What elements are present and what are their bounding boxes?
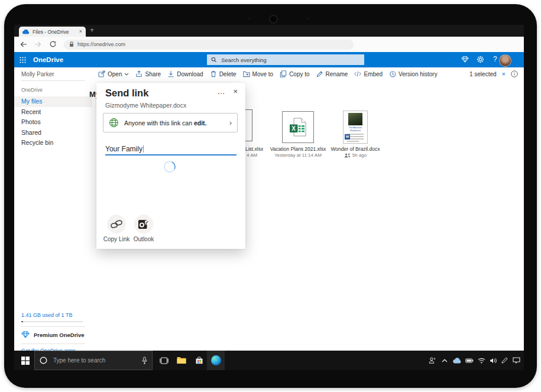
cortana-icon <box>40 357 47 364</box>
refresh-icon[interactable] <box>50 41 56 47</box>
help-icon[interactable]: ? <box>493 55 497 63</box>
dialog-file-name: Gizmodyme Whitepaper.docx <box>105 102 186 109</box>
taskbar-search-box[interactable] <box>34 351 153 370</box>
avatar[interactable] <box>499 54 511 67</box>
link-permission-button[interactable]: Anyone with this link can edit. › <box>103 113 238 132</box>
task-view-button[interactable] <box>156 351 171 370</box>
file-meta-text: 5h ago <box>352 153 367 158</box>
copy-to-icon <box>280 70 287 77</box>
microphone-icon[interactable] <box>142 357 147 364</box>
edge-button[interactable] <box>207 351 225 370</box>
shared-people-icon <box>344 153 351 158</box>
tab-close-icon[interactable]: × <box>79 29 82 34</box>
new-tab-button[interactable]: + <box>90 26 94 34</box>
sidebar-item-shared[interactable]: Shared <box>14 128 92 138</box>
embed-button[interactable]: Embed <box>354 70 383 77</box>
speaker-icon <box>490 358 497 364</box>
microsoft-store-icon <box>195 357 203 364</box>
sidebar-item-my-files[interactable]: My files <box>14 96 92 107</box>
action-center-button[interactable] <box>508 351 524 370</box>
sidebar-item-recycle-bin[interactable]: Recycle bin <box>14 138 92 148</box>
share-label: Share <box>145 71 161 77</box>
onedrive-header: OneDrive ? <box>14 52 524 67</box>
sidebar-item-photos[interactable]: Photos <box>14 117 92 128</box>
dialog-title: Send link <box>105 88 148 99</box>
file-tile-wonder-of-brazil[interactable]: The Amazon Rainforest W <box>343 111 368 144</box>
settings-gear-icon[interactable] <box>477 56 484 63</box>
premium-diamond-icon[interactable] <box>461 56 469 63</box>
url-field[interactable]: https://onedrive.com <box>64 40 354 50</box>
delete-icon <box>210 70 217 77</box>
divider <box>21 326 85 327</box>
close-icon[interactable]: × <box>233 88 238 95</box>
command-bar: Open Share Download Delete Move t <box>98 67 524 80</box>
file-name[interactable]: Vacation Plans 2021.xlsx <box>266 146 330 152</box>
excel-file-icon: X <box>290 118 306 137</box>
search-input[interactable] <box>220 56 360 64</box>
onedrive-cloud-icon <box>22 30 30 34</box>
outlook-icon <box>138 219 150 230</box>
app-name[interactable]: OneDrive <box>33 56 63 63</box>
bezel-sensor-dot <box>307 18 309 20</box>
loading-spinner <box>162 159 177 174</box>
selection-count: 1 selected <box>469 71 497 77</box>
share-button[interactable]: Share <box>135 70 161 77</box>
file-meta: 4 AM <box>247 153 257 158</box>
start-button[interactable] <box>18 351 33 370</box>
send-link-dialog: Send link … × Gizmodyme Whitepaper.docx … <box>96 83 245 249</box>
store-button[interactable] <box>192 351 207 370</box>
file-name[interactable]: Wonder of Brazil.docx <box>326 146 385 152</box>
browser-tab-bar: Files - OneDrive × + <box>14 25 524 37</box>
pen-icon <box>501 357 508 364</box>
screen: Files - OneDrive × + https://onedrive.co… <box>14 25 524 370</box>
file-tile-vacation-plans[interactable]: X <box>282 111 314 143</box>
sidebar-item-recent[interactable]: Recent <box>14 107 92 118</box>
edge-icon <box>211 355 221 365</box>
storage-link[interactable]: 1.41 GB used of 1 TB <box>21 312 72 318</box>
outlook-button[interactable] <box>134 215 153 234</box>
version-history-label: Version history <box>399 71 438 77</box>
premium-link[interactable]: Premium OneDrive <box>21 331 85 338</box>
link-recipient-input[interactable]: Your Family <box>105 144 237 155</box>
front-camera <box>269 15 278 24</box>
search-box[interactable] <box>207 54 364 65</box>
browser-tab[interactable]: Files - OneDrive × <box>19 27 86 37</box>
outlook-label: Outlook <box>127 236 160 242</box>
rename-label: Rename <box>326 71 348 77</box>
file-meta: Yesterday at 11:14 AM <box>266 153 330 158</box>
taskbar-search-input[interactable] <box>52 357 137 364</box>
file-meta: 5h ago <box>326 153 385 158</box>
thumbnail-caption: The Amazon Rainforest <box>345 126 366 132</box>
word-badge-icon: W <box>345 134 350 140</box>
premium-diamond-icon <box>21 331 30 338</box>
delete-button[interactable]: Delete <box>210 70 237 77</box>
embed-icon <box>354 70 361 77</box>
people-icon <box>429 357 436 364</box>
chevron-up-icon <box>442 359 448 362</box>
open-button[interactable]: Open <box>98 70 129 77</box>
info-icon[interactable] <box>511 70 518 77</box>
move-to-label: Move to <box>252 71 274 77</box>
file-explorer-button[interactable] <box>174 351 189 370</box>
copy-to-button[interactable]: Copy to <box>280 70 309 77</box>
copy-to-label: Copy to <box>289 71 309 77</box>
forward-icon <box>34 41 41 47</box>
rename-button[interactable]: Rename <box>316 70 348 77</box>
open-icon <box>98 70 105 77</box>
onedrive-cloud-icon <box>453 358 462 364</box>
move-to-button[interactable]: Move to <box>243 70 274 77</box>
clear-selection-icon[interactable]: × <box>502 70 506 77</box>
back-icon[interactable] <box>20 41 27 47</box>
copy-link-button[interactable] <box>107 215 126 234</box>
download-button[interactable]: Download <box>167 70 203 77</box>
app-launcher-icon[interactable] <box>20 57 26 63</box>
bezel-sensor-dot <box>248 18 250 20</box>
open-label: Open <box>108 71 122 77</box>
file-name[interactable]: List.xlsx <box>245 146 263 152</box>
download-icon <box>167 70 174 77</box>
search-icon <box>211 57 216 63</box>
more-options-icon[interactable]: … <box>217 88 225 95</box>
browser-address-bar: https://onedrive.com <box>14 37 524 52</box>
divider <box>21 344 85 344</box>
version-history-button[interactable]: Version history <box>389 70 438 77</box>
